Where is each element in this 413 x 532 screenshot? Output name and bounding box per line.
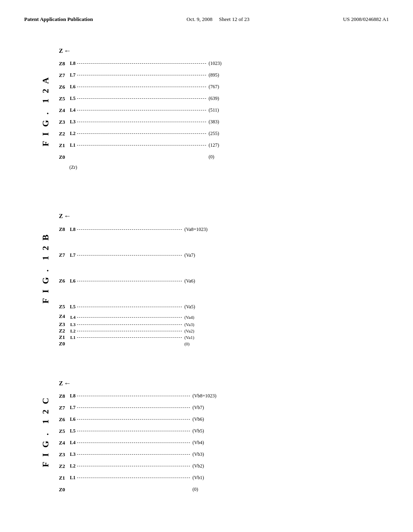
fig12b-row-1: L1 (Va1) [67,334,207,341]
fig12c-row-8: L8 (Vb8=1023) [67,390,216,402]
fig12a-val-1: (127) [209,142,219,148]
fig12a-l7: L7 [67,72,75,78]
fig12a-dash-4 [77,110,206,110]
fig12c-z-z6: Z6 [59,414,65,425]
fig12c-dash-7 [77,407,190,408]
fig12b-z-z5a [59,287,65,300]
fig12c-val-2: (Vb2) [192,463,204,469]
fig12b-val-6: (Va6) [184,278,195,284]
fig12b-l7: L7 [67,252,75,258]
fig12c-l7: L7 [67,405,75,411]
fig12a-row-1: L1 (127) [67,139,221,151]
fig12b-val-8: (Va8=1023) [184,227,207,233]
fig12a-row-0: (0) [67,151,221,163]
fig12a-val-4: (511) [209,107,219,113]
fig12c-row-0: (0) [67,484,216,495]
fig12b-dash-6 [77,281,182,281]
figure-12a: F I G . 1 2 A Z ← Z8 Z7 Z6 Z5 Z4 [40,43,373,180]
fig12b-dash-7 [77,255,182,256]
fig12b-l2: L2 [67,328,75,333]
fig-12b-label: F I G . 1 2 B [40,208,51,329]
fig12c-l8: L8 [67,393,75,399]
fig12c-val-0: (0) [192,486,198,493]
fig12b-l8: L8 [67,227,75,233]
fig-12a-label: F I G . 1 2 A [40,43,51,180]
fig-12c-label: F I G . 1 2 C [40,375,51,488]
header-sheet: Sheet 12 of 23 [219,16,249,22]
figure-12c: F I G . 1 2 C Z ← Z8 Z7 Z6 Z5 Z4 Z3 [40,375,373,495]
fig12c-dash-6 [77,419,190,420]
fig12b-row-4: L4 (Va4) [67,313,207,321]
fig12a-val-3: (383) [209,119,219,125]
fig12b-row-8: L8 (Va8=1023) [67,223,207,236]
fig12a-z-z2: Z2 [59,128,65,139]
fig12c-z-label: Z [59,380,63,387]
fig12a-z-z0: Z0 [59,151,65,163]
fig12a-z-arrow: ← [64,47,71,55]
fig12b-val-2: (Va2) [184,328,194,333]
fig12b-val-7: (Va7) [184,252,195,258]
fig12c-val-8: (Vb8=1023) [192,393,216,399]
fig12a-val-0: (0) [209,154,214,160]
fig12b-z-z2: Z2 [59,328,65,334]
fig12b-z-z6: Z6 [59,274,65,287]
fig12a-dash-5 [77,98,206,99]
fig12b-row-2: L2 (Va2) [67,328,207,334]
fig12b-val-0: (0) [184,341,190,346]
fig12b-z-z8: Z8 [59,223,65,236]
fig12b-l1: L1 [67,335,75,340]
fig12a-l5: L5 [67,96,75,102]
fig12b-z-z3: Z3 [59,321,65,328]
fig12b-dash-8 [77,229,182,230]
fig12b-val-3: (Va3) [184,322,194,327]
fig12a-dash-6 [77,87,206,87]
fig12c-row-7: L7 (Vb7) [67,402,216,414]
fig12b-z-z5: Z5 [59,300,65,313]
fig12c-dash-3 [77,454,190,455]
fig12c-l2: L2 [67,463,75,469]
fig12c-l4: L4 [67,440,75,446]
fig12b-z-z1: Z1 [59,334,65,341]
fig12a-z-z3: Z3 [59,116,65,128]
fig12a-val-2: (255) [209,131,219,137]
fig12c-val-4: (Vb4) [192,440,204,446]
fig12c-val-6: (Vb6) [192,416,204,422]
fig12a-val-7: (895) [209,72,219,78]
fig12b-row-0: (0) [67,341,207,347]
fig12c-val-7: (Vb7) [192,405,204,411]
fig12a-row-7: L7 (895) [67,69,221,81]
fig12b-z-label: Z [59,213,63,220]
fig12a-z-z1: Z1 [59,139,65,151]
fig12b-row-5a [67,287,207,300]
fig12a-row-5: L5 (639) [67,93,221,104]
fig12a-z-col: Z8 Z7 Z6 Z5 Z4 Z3 Z2 Z1 Z0 [59,58,65,163]
fig12b-row-7a [67,236,207,249]
fig12b-l4: L4 [67,315,75,320]
fig12a-l1: L1 [67,142,75,148]
fig12c-grid: Z8 Z7 Z6 Z5 Z4 Z3 Z2 Z1 Z0 L8 [59,390,217,495]
fig12b-val-5: (Va5) [184,304,195,310]
header-date-sheet: Oct. 9, 2008 Sheet 12 of 23 [187,16,250,23]
fig12c-row-6: L6 (Vb6) [67,414,216,425]
fig12a-dash-7 [77,75,206,75]
fig12c-dash-5 [77,431,190,431]
fig12a-val-8: (1023) [209,60,221,66]
fig12c-dash-1 [77,478,190,478]
figure-12b: F I G . 1 2 B Z ← Z8 Z7 Z6 [40,208,373,347]
fig12c-z-z3: Z3 [59,449,65,460]
fig12c-z-z5: Z5 [59,425,65,437]
fig12b-z-z7b: Z7 [59,249,65,262]
fig12b-l6: L6 [67,278,75,284]
fig12b-row-6: L6 (Va6) [67,274,207,287]
fig12b-l5: L5 [67,304,75,310]
fig12a-dash-3 [77,122,206,122]
fig12c-l3: L3 [67,451,75,457]
fig12a-val-5: (639) [209,96,219,102]
fig12b-dash-5 [77,307,182,307]
header-date: Oct. 9, 2008 [187,16,213,22]
fig12c-z-z0: Z0 [59,484,65,495]
fig12c-dash-2 [77,466,190,466]
fig12b-l3: L3 [67,322,75,327]
fig12c-z-col: Z8 Z7 Z6 Z5 Z4 Z3 Z2 Z1 Z0 [59,390,65,495]
fig12a-z-z8: Z8 [59,58,65,69]
